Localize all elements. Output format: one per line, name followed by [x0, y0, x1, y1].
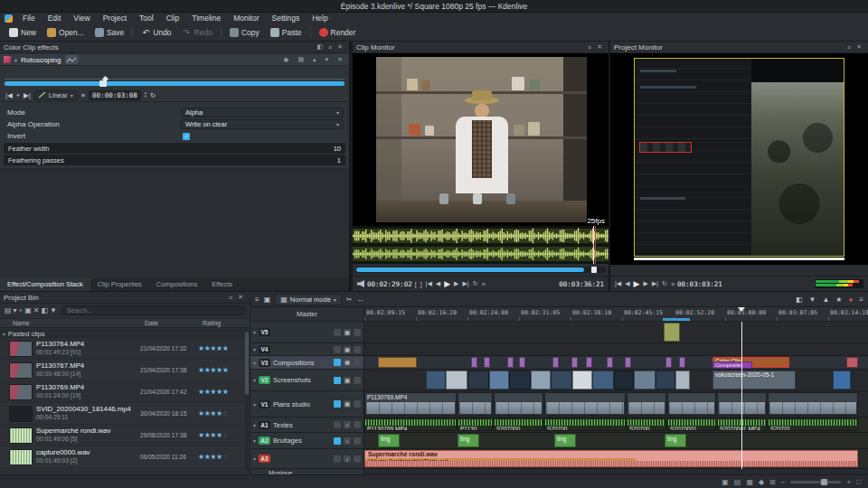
timeline-menu-icon[interactable]: ≡ [255, 296, 259, 304]
track-composite-icon[interactable]: ▦ [344, 329, 351, 336]
menu-settings[interactable]: Settings [266, 13, 307, 24]
timeline-clip[interactable]: ting [458, 434, 479, 447]
column-header-date[interactable]: Date [145, 319, 203, 327]
chevron-down-icon[interactable]: ▾ [253, 377, 256, 383]
filter-icon[interactable]: ▼ [49, 306, 58, 314]
panel-menu-icon[interactable]: ≡ [326, 44, 335, 51]
timeline-clip[interactable]: vokoscreen-2020-05-1 [712, 371, 796, 389]
timeline-clip[interactable] [614, 371, 634, 389]
timeline-clip[interactable] [471, 357, 477, 368]
param-feathering-passes-slider[interactable]: Feathering passes1 [4, 155, 345, 165]
menu-clip[interactable]: Clip [160, 13, 186, 24]
bin-clip-row[interactable]: capture0000.wav00:01:49:03 [2]06/05/2020… [0, 446, 245, 468]
record-audio-icon[interactable]: ● [848, 296, 853, 304]
timeline-clip[interactable] [507, 357, 514, 368]
param-alpha-operation-dropdown[interactable]: Write on clear▾ [181, 119, 344, 129]
track-lock-icon[interactable]: · [354, 377, 361, 384]
track-lane-a2[interactable]: tingtingtingting [364, 433, 868, 449]
timeline-zone[interactable] [663, 318, 690, 321]
track-header-v2[interactable]: ▾V2Screenshots▦· [250, 370, 364, 391]
move-up-icon[interactable]: ▴ [310, 56, 319, 63]
timeline-clip[interactable]: P1130769.MP4 [364, 418, 457, 431]
track-lane-v4[interactable] [364, 343, 868, 356]
timeline-clip[interactable] [675, 371, 690, 389]
timeline-clip[interactable] [446, 371, 467, 389]
tab-compositions[interactable]: Compositions [149, 278, 204, 291]
keyframe-menu-icon[interactable]: ≡ [81, 91, 85, 99]
column-header-rating[interactable]: Rating [203, 319, 250, 327]
track-composite-icon[interactable]: ▦ [344, 377, 351, 384]
chevron-down-icon[interactable]: ▾ [3, 331, 5, 337]
track-lock-icon[interactable]: · [354, 329, 361, 336]
refresh-icon[interactable]: ↻ [150, 91, 156, 99]
timeline-clip[interactable] [656, 371, 675, 389]
zone-end-icon[interactable]: ] [420, 281, 422, 287]
use-timeline-zone-icon[interactable]: ▣ [722, 478, 729, 486]
param-mode-dropdown[interactable]: Alpha▾ [181, 108, 344, 117]
menu-edit[interactable]: Edit [42, 13, 68, 24]
bin-clip-row[interactable]: P1130764.MP400:01:49:23 [91]21/04/2020 1… [0, 338, 245, 360]
track-effects-icon[interactable] [334, 421, 341, 428]
insert-zone-icon[interactable]: ▼ [808, 296, 816, 304]
timeline-playhead[interactable] [741, 322, 742, 469]
tab-clip-properties[interactable]: Clip Properties [90, 278, 149, 291]
timeline-clip[interactable] [378, 357, 417, 368]
timeline-settings-icon[interactable]: ≡ [859, 296, 863, 304]
chevron-down-icon[interactable]: ▾ [14, 57, 17, 63]
go-end-icon[interactable]: ▶| [652, 280, 658, 287]
window-titlebar[interactable]: Épisode 3.kdenlive */ Square 1080p 25 fp… [0, 0, 868, 13]
master-button[interactable]: Master [250, 307, 364, 322]
chevron-down-icon[interactable]: ▾ [253, 346, 256, 352]
delete-effect-icon[interactable]: ✕ [335, 56, 345, 63]
project-monitor-video[interactable] [610, 53, 868, 265]
video-thumbnails-icon[interactable]: ▤ [734, 478, 741, 486]
create-folder-icon[interactable]: ▣ [24, 306, 33, 314]
audio-thumbnails-icon[interactable]: ▦ [746, 478, 753, 486]
interpolation-dropdown[interactable]: Linear ▾ [34, 90, 78, 100]
composition-clip[interactable]: Composite [712, 361, 752, 369]
zoom-in-icon[interactable]: + [846, 478, 851, 486]
keyframe-ruler[interactable] [5, 69, 344, 80]
timeline-clip[interactable] [572, 371, 592, 389]
go-start-icon[interactable]: |◀ [426, 280, 432, 287]
go-start-icon[interactable]: |◀ [615, 280, 621, 287]
loop-zone-icon[interactable]: ↻ [473, 280, 478, 287]
track-lock-icon[interactable]: · [354, 346, 361, 353]
track-effects-icon[interactable] [334, 437, 341, 445]
timeline-clip[interactable] [467, 371, 489, 389]
track-header-a1[interactable]: ▾A1Textes♪· [250, 418, 364, 433]
menu-help[interactable]: Help [306, 13, 334, 24]
audio-volume-icon[interactable] [357, 280, 364, 287]
timeline-clip[interactable] [484, 357, 490, 368]
menu-timeline[interactable]: Timeline [185, 13, 227, 24]
previous-keyframe-icon[interactable]: |◀ [5, 91, 13, 99]
chevron-down-icon[interactable]: ▾ [253, 401, 256, 408]
close-icon[interactable]: ✕ [335, 43, 345, 51]
timeline-clip[interactable]: P1130769.MP4 [364, 392, 457, 416]
track-header-v3[interactable]: ▾V3Compositions▦· [250, 356, 364, 370]
zone-start-icon[interactable]: [ [415, 281, 417, 287]
zoom-out-icon[interactable]: − [781, 478, 786, 486]
snap-icon[interactable]: ⊞ [769, 478, 776, 486]
panel-menu-icon[interactable]: ≡ [844, 44, 854, 51]
timeline-clip[interactable]: S20701 [768, 418, 858, 431]
split-compare-icon[interactable]: ◧ [314, 43, 326, 51]
zoombar-handle[interactable] [99, 80, 107, 87]
track-audio-icon[interactable]: ♪ [344, 455, 351, 463]
redo-button[interactable]: ↷Redo [177, 25, 218, 41]
timeline-clip[interactable] [509, 371, 531, 389]
clip-rating[interactable]: ★★★★☆ [198, 453, 245, 461]
timeline-clip[interactable]: S20700 [544, 418, 626, 431]
track-lane-a1[interactable]: P1130769.MP4P1130S207000S20700S20700S207… [364, 418, 868, 433]
zoom-slider-handle[interactable] [821, 479, 827, 485]
open-button[interactable]: Open... [42, 25, 90, 41]
column-header-name[interactable]: Name [0, 319, 145, 327]
track-target-icon[interactable]: ▣ [264, 296, 271, 304]
track-lane-v3[interactable]: Color ClipComposite [364, 356, 868, 370]
play-icon[interactable]: ▶ [444, 279, 450, 288]
extract-zone-icon[interactable]: ▲ [822, 296, 829, 304]
zoombar-handle[interactable] [591, 267, 597, 273]
bin-scrollbar[interactable] [245, 330, 249, 471]
track-composite-icon[interactable]: ▦ [344, 359, 351, 366]
timeline-clip[interactable] [531, 371, 551, 389]
